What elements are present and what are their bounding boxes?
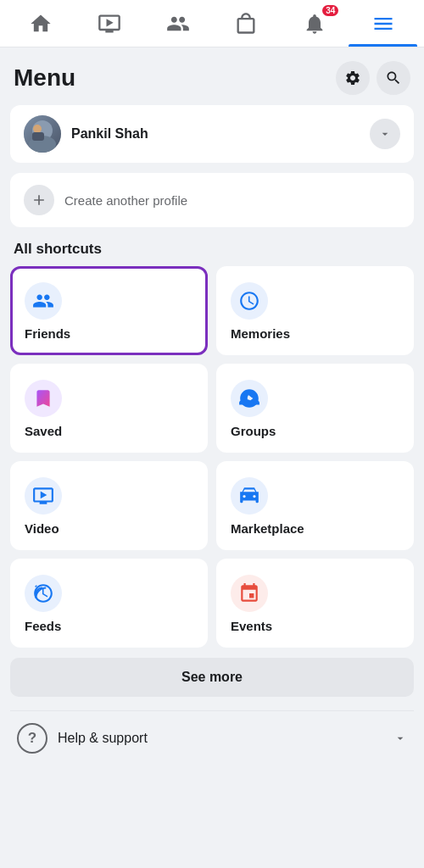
notification-badge: 34 [322, 5, 338, 16]
help-icon: ? [17, 723, 47, 754]
help-label: Help & support [58, 731, 393, 746]
shortcut-groups-label: Groups [231, 424, 399, 438]
nav-friends[interactable] [143, 0, 212, 47]
video-icon [25, 477, 62, 515]
nav-home[interactable] [7, 0, 75, 47]
page-content: Menu [0, 47, 424, 765]
create-profile-label: Create another profile [64, 193, 187, 208]
shortcut-saved[interactable]: Saved [10, 364, 208, 453]
see-more-button[interactable]: See more [10, 658, 414, 697]
gear-icon [344, 70, 361, 86]
chevron-down-icon [378, 127, 392, 141]
shortcut-groups[interactable]: Groups [216, 364, 414, 453]
chevron-down-icon-help [393, 732, 407, 745]
shortcut-memories-label: Memories [231, 326, 399, 341]
settings-button[interactable] [336, 61, 370, 95]
saved-icon [25, 380, 62, 417]
avatar [24, 115, 61, 153]
page-title: Menu [14, 64, 75, 92]
shortcut-video[interactable]: Video [10, 461, 208, 550]
shortcuts-section-label: All shortcuts [10, 241, 414, 258]
nav-marketplace[interactable] [212, 0, 281, 47]
shortcut-feeds-label: Feeds [25, 619, 193, 633]
shortcuts-grid: Friends Memories [10, 266, 414, 648]
top-navigation: 34 [0, 0, 424, 47]
help-support-row[interactable]: ? Help & support [10, 710, 414, 765]
profile-dropdown-button[interactable] [370, 119, 400, 149]
feeds-icon [25, 575, 62, 612]
shortcut-events[interactable]: Events [216, 559, 414, 648]
memories-icon [231, 282, 268, 320]
shortcut-saved-label: Saved [25, 424, 193, 438]
page-header: Menu [10, 47, 414, 105]
add-icon [31, 192, 47, 209]
shortcut-feeds[interactable]: Feeds [10, 559, 208, 648]
shortcut-marketplace-label: Marketplace [231, 521, 399, 536]
shortcut-memories[interactable]: Memories [216, 266, 414, 355]
profile-card[interactable]: Pankil Shah [10, 105, 414, 163]
shortcut-friends-label: Friends [25, 326, 193, 341]
svg-point-2 [33, 125, 42, 133]
shortcut-events-label: Events [231, 619, 399, 633]
nav-notifications[interactable]: 34 [281, 0, 349, 47]
create-profile-button[interactable]: Create another profile [10, 173, 414, 227]
shortcut-friends[interactable]: Friends [10, 266, 208, 355]
groups-icon [231, 380, 268, 417]
header-actions [336, 61, 410, 95]
friends-icon [25, 282, 62, 320]
search-button[interactable] [377, 61, 410, 95]
nav-watch[interactable] [75, 0, 144, 47]
svg-rect-3 [32, 132, 44, 141]
shortcut-video-label: Video [25, 521, 193, 536]
plus-circle-icon [24, 185, 54, 215]
marketplace-icon [231, 477, 268, 515]
profile-name: Pankil Shah [71, 126, 370, 142]
events-icon [231, 575, 268, 612]
shortcut-marketplace[interactable]: Marketplace [216, 461, 414, 550]
nav-menu[interactable] [349, 0, 417, 47]
search-icon [385, 70, 402, 86]
